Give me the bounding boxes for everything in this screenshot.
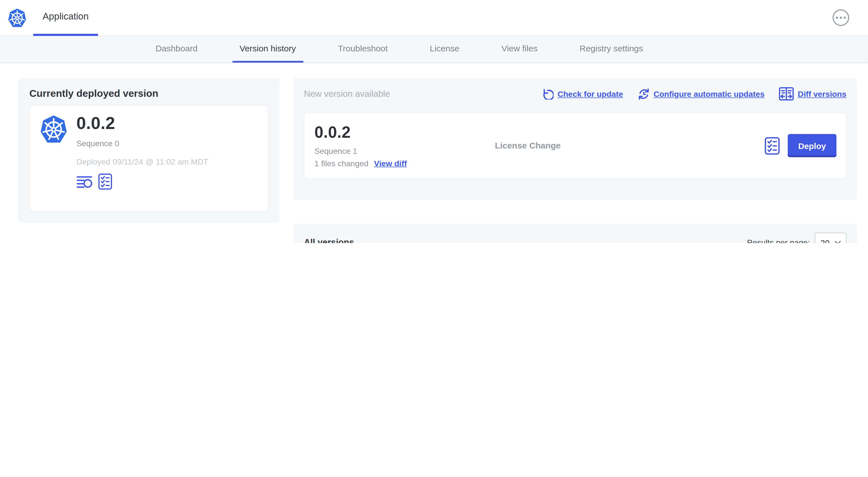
tab-dashboard[interactable]: Dashboard bbox=[148, 36, 205, 63]
current-sequence: Sequence 0 bbox=[76, 139, 208, 148]
tab-view-files[interactable]: View files bbox=[494, 36, 545, 63]
diff-versions-link[interactable]: Diff versions bbox=[779, 87, 846, 101]
diff-versions-label: Diff versions bbox=[798, 89, 846, 98]
refresh-icon bbox=[542, 88, 554, 99]
results-per-page-label: Results per page: bbox=[747, 238, 810, 243]
checklist-icon[interactable] bbox=[765, 137, 780, 155]
kubernetes-logo-icon bbox=[8, 7, 27, 28]
new-version-title: New version available bbox=[304, 89, 390, 99]
checklist-icon[interactable] bbox=[98, 173, 112, 190]
check-for-update-link[interactable]: Check for update bbox=[542, 88, 623, 99]
tab-license[interactable]: License bbox=[423, 36, 467, 63]
configure-automatic-updates-label: Configure automatic updates bbox=[654, 89, 765, 98]
version-sequence: Sequence 1 bbox=[314, 147, 495, 155]
currently-deployed-title: Currently deployed version bbox=[29, 88, 268, 100]
ellipsis-icon[interactable] bbox=[832, 9, 849, 26]
configure-automatic-updates-link[interactable]: Configure automatic updates bbox=[638, 88, 765, 99]
app-tab-application[interactable]: Application bbox=[33, 0, 98, 36]
kubernetes-app-icon bbox=[40, 114, 67, 145]
version-source: License Change bbox=[495, 141, 765, 150]
all-versions-section: All versions Results per page: 20 0.0.2 … bbox=[293, 224, 857, 243]
view-diff-link[interactable]: View diff bbox=[374, 159, 407, 168]
all-versions-title: All versions bbox=[304, 238, 354, 243]
version-number: 0.0.2 bbox=[314, 123, 495, 142]
tab-registry-settings[interactable]: Registry settings bbox=[572, 36, 650, 63]
results-per-page-value: 20 bbox=[820, 238, 830, 243]
chevron-down-icon bbox=[835, 240, 841, 243]
nav-tab-bar: Dashboard Version history Troubleshoot L… bbox=[0, 36, 868, 63]
currently-deployed-card: 0.0.2 Sequence 0 Deployed 09/11/24 @ 11:… bbox=[29, 105, 268, 212]
current-deployed-timestamp: Deployed 09/11/24 @ 11:02 am MDT bbox=[76, 157, 208, 166]
tab-troubleshoot[interactable]: Troubleshoot bbox=[331, 36, 395, 63]
results-per-page-select[interactable]: 20 bbox=[815, 233, 846, 243]
new-version-card: 0.0.2 Sequence 1 1 files changed View di… bbox=[304, 112, 847, 179]
new-version-section: New version available Check for update C… bbox=[293, 78, 857, 200]
files-changed-text: 1 files changed bbox=[314, 159, 368, 168]
deploy-button[interactable]: Deploy bbox=[787, 134, 836, 157]
admin-console-page: Application Dashboard Version history Tr… bbox=[0, 0, 868, 243]
top-header: Application bbox=[0, 0, 868, 36]
tab-version-history[interactable]: Version history bbox=[232, 36, 303, 63]
auto-update-icon bbox=[638, 88, 650, 99]
check-for-update-label: Check for update bbox=[558, 89, 623, 98]
app-tab-label: Application bbox=[42, 11, 89, 22]
current-version-number: 0.0.2 bbox=[76, 114, 208, 133]
diff-icon bbox=[779, 87, 794, 101]
logs-icon[interactable] bbox=[76, 175, 93, 188]
currently-deployed-panel: Currently deployed version 0.0.2 Sequenc… bbox=[18, 78, 280, 223]
